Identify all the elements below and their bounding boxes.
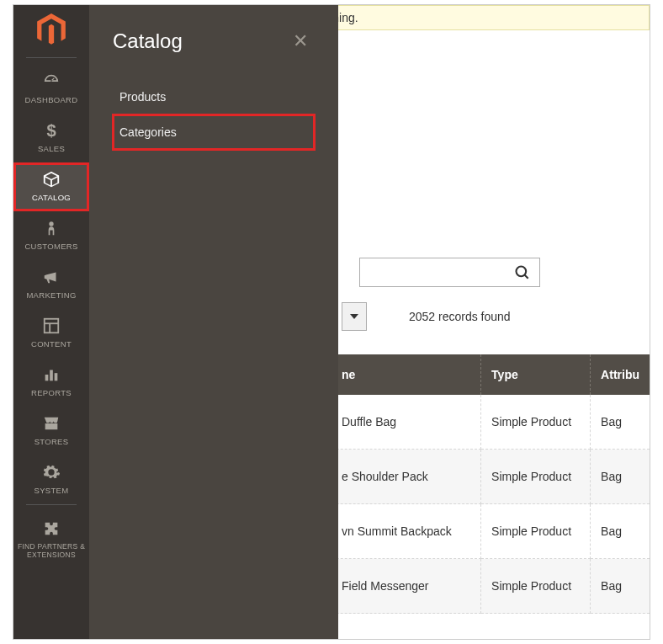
sidebar-item-content[interactable]: CONTENT: [13, 309, 89, 358]
svg-rect-10: [55, 373, 58, 381]
sidebar-item-marketing[interactable]: MARKETING: [13, 260, 89, 309]
cell-type: Simple Product: [481, 504, 591, 559]
sidebar-item-label: CONTENT: [13, 339, 89, 349]
sidebar-item-label: MARKETING: [13, 290, 89, 300]
gear-icon: [13, 463, 89, 482]
cell-type: Simple Product: [481, 559, 591, 614]
chart-icon: [13, 365, 89, 384]
magento-logo-icon: [36, 13, 66, 47]
flyout-item-categories[interactable]: Categories: [113, 114, 315, 150]
cell-attribute: Bag: [591, 559, 650, 614]
records-found-label: 2052 records found: [409, 310, 511, 323]
cell-attribute: Bag: [591, 450, 650, 504]
svg-rect-8: [45, 375, 49, 381]
sidebar-divider: [26, 57, 77, 58]
sidebar-item-reports[interactable]: REPORTS: [13, 358, 89, 407]
chevron-down-icon: [350, 312, 358, 321]
sidebar-item-label: SALES: [13, 144, 89, 153]
sidebar-item-label: CUSTOMERS: [13, 242, 89, 251]
layout-icon: [13, 317, 89, 335]
person-icon: [13, 219, 89, 237]
close-button[interactable]: ✕: [286, 27, 315, 56]
sidebar-item-partners[interactable]: FIND PARTNERS & EXTENSIONS: [13, 512, 89, 568]
sidebar-item-label: FIND PARTNERS & EXTENSIONS: [13, 542, 89, 559]
dashboard-icon: [13, 72, 89, 91]
sidebar-item-label: DASHBOARD: [13, 95, 89, 104]
sidebar-item-label: STORES: [13, 437, 89, 446]
actions-dropdown[interactable]: [342, 302, 367, 331]
svg-rect-9: [50, 370, 53, 381]
sidebar: DASHBOARD $ SALES CATALOG CUSTOMERS MARK…: [13, 5, 89, 639]
sidebar-item-label: REPORTS: [13, 388, 89, 397]
sidebar-item-sales[interactable]: $ SALES: [13, 114, 89, 162]
puzzle-icon: [13, 519, 89, 538]
sidebar-item-stores[interactable]: STORES: [13, 407, 89, 455]
close-icon: ✕: [293, 30, 308, 51]
sidebar-item-dashboard[interactable]: DASHBOARD: [13, 65, 89, 114]
svg-point-0: [517, 266, 527, 276]
magento-logo[interactable]: [34, 13, 68, 47]
cell-type: Simple Product: [481, 450, 591, 504]
search-icon: [514, 264, 531, 281]
sidebar-item-customers[interactable]: CUSTOMERS: [13, 211, 89, 260]
svg-rect-5: [45, 319, 59, 333]
sidebar-item-system[interactable]: SYSTEM: [13, 455, 89, 504]
sidebar-item-catalog[interactable]: CATALOG: [13, 162, 89, 211]
megaphone-icon: [13, 268, 89, 286]
flyout-title: Catalog: [113, 29, 183, 53]
catalog-flyout: Catalog ✕ Products Categories: [89, 5, 338, 639]
svg-point-4: [49, 221, 53, 226]
cell-attribute: Bag: [591, 504, 650, 559]
cell-type: Simple Product: [481, 395, 591, 450]
column-header-type[interactable]: Type: [481, 354, 591, 395]
svg-line-1: [525, 274, 528, 278]
sidebar-item-label: CATALOG: [13, 193, 89, 202]
flyout-item-products[interactable]: Products: [113, 79, 315, 114]
storefront-icon: [13, 414, 89, 433]
box-icon: [13, 170, 89, 189]
svg-marker-2: [350, 314, 358, 319]
search-input[interactable]: [359, 258, 540, 287]
svg-text:$: $: [46, 121, 56, 140]
column-header-attribute[interactable]: Attribu: [591, 354, 650, 395]
dollar-icon: $: [13, 121, 89, 140]
sidebar-item-label: SYSTEM: [13, 486, 89, 495]
sidebar-divider: [26, 504, 77, 505]
cell-attribute: Bag: [591, 395, 650, 450]
